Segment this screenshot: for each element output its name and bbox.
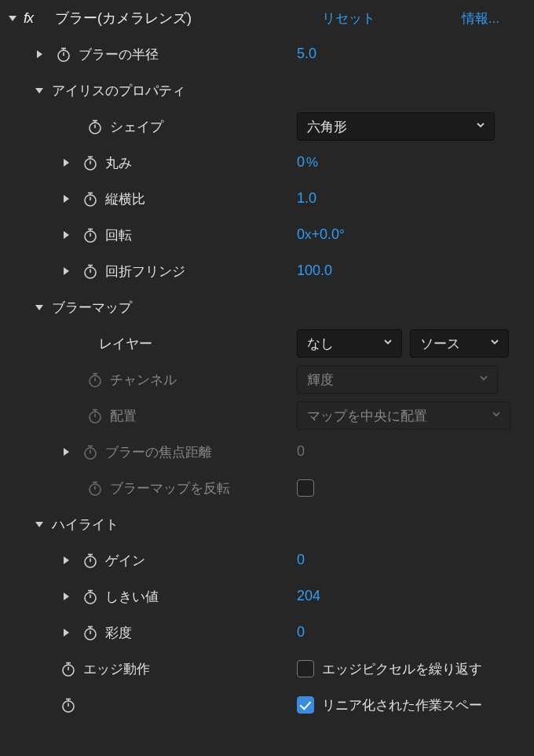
value-roundness[interactable]: 0 [297,154,305,171]
value-threshold[interactable]: 204 [297,588,320,605]
chevron-down-icon [478,372,489,387]
label-channel: チャンネル [108,371,177,389]
value-diffraction[interactable]: 100.0 [297,262,332,280]
label-layer: レイヤー [97,335,152,353]
label-shape: シェイプ [108,118,163,136]
prop-channel: チャンネル 輝度 [0,361,534,398]
stopwatch-icon[interactable] [77,190,104,207]
group-iris: アイリスのプロパティ [0,72,534,108]
twirl-saturation[interactable] [55,627,77,638]
label-iris-group: アイリスのプロパティ [50,82,185,100]
stopwatch-icon[interactable] [77,262,104,280]
effect-twirl[interactable] [2,13,24,24]
prop-layer: レイヤー なし ソース [0,325,534,361]
group-highlight: ハイライト [0,506,534,542]
stopwatch-icon[interactable] [77,154,104,171]
twirl-aspect[interactable] [55,193,77,204]
value-saturation[interactable]: 0 [297,624,305,641]
label-roundness: 丸み [104,154,132,172]
effect-title[interactable]: ブラー(カメラレンズ) [55,9,322,28]
unit-roundness: % [306,155,318,171]
value-aspect[interactable]: 1.0 [297,190,316,207]
prop-diffraction: 回折フリンジ 100.0 [0,253,534,289]
chevron-down-icon [382,336,393,351]
stopwatch-icon [77,443,104,461]
stopwatch-icon[interactable] [77,624,104,641]
checkbox-invert-map[interactable] [297,479,314,497]
prop-placement: 配置 マップを中央に配置 [0,398,534,434]
twirl-threshold[interactable] [55,591,77,602]
dropdown-layer-value: なし [307,335,334,353]
prop-focal: ブラーの焦点距離 0 [0,434,534,470]
prop-blur-radius: ブラーの半径 5.0 [0,36,534,72]
dropdown-shape[interactable]: 六角形 [297,112,495,141]
twirl-rotation[interactable] [55,229,77,240]
stopwatch-icon [82,479,108,497]
value-gain[interactable]: 0 [297,552,305,569]
prop-aspect: 縦横比 1.0 [0,181,534,217]
stopwatch-icon[interactable] [77,552,104,569]
label-blurmap-group: ブラーマップ [50,299,132,317]
label-blur-radius: ブラーの半径 [77,46,159,64]
prop-saturation: 彩度 0 [0,615,534,651]
fx-icon[interactable]: fx [24,10,44,27]
label-saturation: 彩度 [104,624,132,642]
twirl-highlight[interactable] [28,519,50,530]
stopwatch-icon[interactable] [77,226,104,244]
twirl-blurmap[interactable] [28,302,50,313]
value-rotation-deg[interactable]: +0.0 [312,226,340,244]
value-rotation-rev[interactable]: 0 [297,226,305,244]
rotation-x: x [305,227,312,243]
prop-edge: エッジ動作 エッジピクセルを繰り返す [0,651,534,687]
label-edge: エッジ動作 [82,660,150,678]
label-placement: 配置 [108,407,137,425]
dropdown-channel: 輝度 [297,365,498,394]
prop-threshold: しきい値 204 [0,578,534,615]
twirl-gain[interactable] [55,555,77,566]
twirl-focal[interactable] [55,446,77,457]
rotation-degmark: ° [339,227,345,243]
prop-invert-map: ブラーマップを反転 [0,470,534,506]
prop-shape: シェイプ 六角形 [0,108,534,145]
stopwatch-icon[interactable] [55,696,82,714]
dropdown-layer[interactable]: なし [297,329,402,358]
label-edge-repeat: エッジピクセルを繰り返す [322,660,482,678]
dropdown-shape-value: 六角形 [307,118,347,136]
stopwatch-icon[interactable] [50,46,77,63]
dropdown-source-value: ソース [420,335,460,353]
prop-gain: ゲイン 0 [0,542,534,578]
dropdown-source[interactable]: ソース [410,329,509,358]
label-gain: ゲイン [104,552,145,570]
label-diffraction: 回折フリンジ [104,262,185,281]
chevron-down-icon [491,408,502,424]
prop-rotation: 回転 0x+0.0° [0,217,534,253]
label-linear-workspace: リニア化された作業スペー [322,696,482,714]
effect-header: fx ブラー(カメラレンズ) リセット 情報... [0,0,534,36]
label-rotation: 回転 [104,226,132,244]
dropdown-channel-value: 輝度 [307,371,334,389]
stopwatch-icon [82,371,108,388]
prop-linear-workspace: リニア化された作業スペー [0,687,534,723]
value-blur-radius[interactable]: 5.0 [297,46,316,63]
chevron-down-icon [475,119,486,134]
dropdown-placement: マップを中央に配置 [297,402,510,430]
stopwatch-icon [82,407,108,424]
stopwatch-icon[interactable] [82,118,108,135]
chevron-down-icon [489,336,500,351]
twirl-iris[interactable] [28,85,50,96]
twirl-blur-radius[interactable] [28,49,50,60]
twirl-roundness[interactable] [55,157,77,168]
label-threshold: しきい値 [104,588,159,606]
about-link[interactable]: 情報... [462,9,499,28]
reset-link[interactable]: リセット [322,9,375,28]
checkbox-edge-repeat[interactable] [297,660,314,677]
stopwatch-icon[interactable] [77,588,104,605]
prop-roundness: 丸み 0% [0,145,534,181]
label-focal: ブラーの焦点距離 [104,443,212,461]
label-invert-map: ブラーマップを反転 [108,479,230,497]
stopwatch-icon[interactable] [55,660,82,677]
dropdown-placement-value: マップを中央に配置 [307,407,427,425]
group-blurmap: ブラーマップ [0,289,534,325]
twirl-diffraction[interactable] [55,266,77,277]
checkbox-linear-workspace[interactable] [297,696,314,714]
